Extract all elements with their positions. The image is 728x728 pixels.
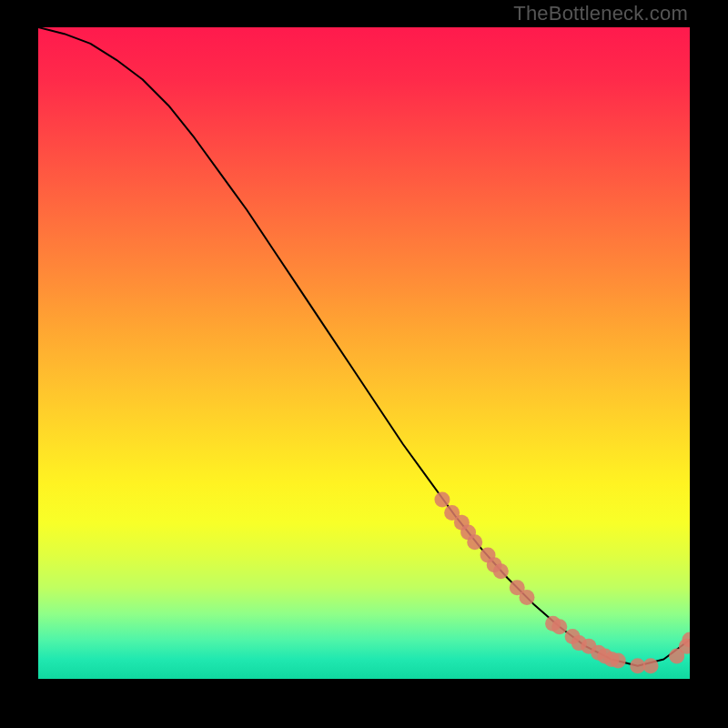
data-marker: [581, 639, 597, 654]
data-marker: [597, 648, 612, 663]
data-marker: [565, 629, 581, 644]
watermark-text: TheBottleneck.com: [513, 2, 688, 25]
chart-frame: TheBottleneck.com: [0, 0, 728, 728]
data-marker: [454, 515, 470, 531]
data-marker: [669, 648, 684, 663]
data-marker: [643, 658, 659, 673]
data-marker: [434, 492, 450, 508]
marker-layer: [434, 492, 690, 674]
curve-layer: [38, 27, 690, 666]
bottleneck-curve: [38, 27, 690, 666]
data-marker: [444, 505, 460, 521]
data-marker: [487, 557, 502, 572]
data-marker: [604, 652, 620, 667]
chart-svg: [38, 27, 690, 679]
plot-area: [38, 27, 690, 679]
data-marker: [630, 658, 645, 673]
data-marker: [611, 652, 626, 668]
data-marker: [682, 632, 691, 648]
data-marker: [591, 645, 606, 661]
data-marker: [571, 635, 587, 651]
data-marker: [679, 639, 690, 654]
data-marker: [551, 619, 567, 634]
data-marker: [510, 580, 525, 595]
data-marker: [480, 547, 496, 562]
data-marker: [520, 590, 535, 605]
data-marker: [460, 524, 476, 540]
data-marker: [545, 616, 561, 632]
data-marker: [493, 563, 509, 579]
data-marker: [467, 534, 482, 550]
